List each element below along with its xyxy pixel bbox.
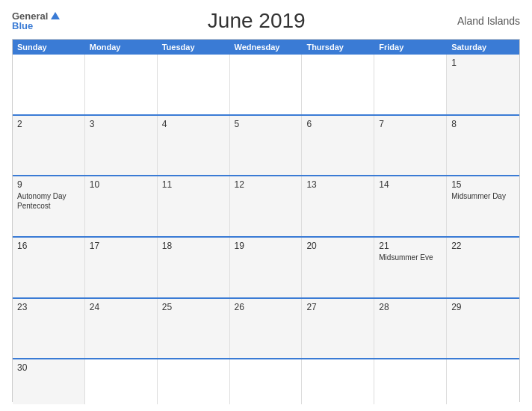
day-number: 6: [306, 119, 369, 129]
calendar-cell: [374, 55, 447, 114]
calendar-cell: 20: [302, 238, 374, 297]
calendar-cell: 5: [230, 116, 303, 176]
calendar-cell: 11: [158, 176, 230, 236]
logo: General Blue: [12, 11, 60, 31]
day-number: 1: [451, 58, 515, 68]
calendar-cell: 22: [447, 238, 519, 297]
day-number: 8: [451, 119, 515, 129]
weekday-header-thursday: Thursday: [302, 40, 374, 55]
weekday-header-friday: Friday: [374, 40, 447, 55]
calendar-cell: [374, 359, 447, 404]
calendar-cell: 14: [374, 176, 447, 236]
day-number: 10: [90, 179, 152, 190]
calendar-row: 23242526272829: [13, 297, 519, 359]
region-label: Aland Islands: [453, 15, 520, 27]
day-number: 21: [379, 241, 442, 251]
calendar-cell: 12: [230, 176, 303, 236]
calendar-cell: 2: [13, 116, 85, 176]
calendar-cell: 26: [230, 299, 303, 359]
calendar-cell: [230, 359, 303, 404]
day-number: 28: [379, 302, 442, 312]
day-number: 24: [90, 302, 152, 312]
calendar: SundayMondayTuesdayWednesdayThursdayFrid…: [12, 39, 520, 402]
day-number: 9: [17, 179, 80, 190]
weekday-header-tuesday: Tuesday: [158, 40, 230, 55]
calendar-row: 1: [13, 55, 519, 114]
day-number: 18: [162, 241, 225, 251]
weekday-header-wednesday: Wednesday: [230, 40, 303, 55]
day-number: 29: [451, 302, 515, 312]
day-number: 17: [90, 241, 152, 251]
calendar-cell: [158, 55, 230, 114]
calendar-cell: 6: [302, 116, 374, 176]
day-number: 16: [17, 241, 80, 251]
calendar-cell: [158, 359, 230, 404]
weekday-header-sunday: Sunday: [13, 40, 85, 55]
calendar-row: 161718192021Midsummer Eve22: [13, 236, 519, 297]
day-number: 27: [306, 302, 369, 312]
event-label: Midsummer Day: [451, 191, 515, 201]
calendar-body: 123456789Autonomy DayPentecost1011121314…: [13, 55, 519, 401]
calendar-cell: 28: [374, 299, 447, 359]
event-label: Autonomy Day: [17, 191, 80, 201]
calendar-cell: 18: [158, 238, 230, 297]
day-number: 12: [235, 179, 297, 190]
calendar-cell: 13: [302, 176, 374, 236]
calendar-cell: 23: [13, 299, 85, 359]
day-number: 7: [379, 119, 442, 129]
day-number: 22: [451, 241, 515, 251]
logo-triangle-icon: [51, 12, 60, 19]
calendar-row: 2345678: [13, 114, 519, 176]
day-number: 26: [235, 302, 297, 312]
day-number: 11: [162, 179, 225, 190]
calendar-cell: 30: [13, 359, 85, 404]
calendar-cell: 9Autonomy DayPentecost: [13, 176, 85, 236]
day-number: 13: [306, 179, 369, 190]
calendar-cell: 4: [158, 116, 230, 176]
calendar-cell: 10: [85, 176, 158, 236]
calendar-cell: [85, 55, 158, 114]
calendar-cell: [230, 55, 303, 114]
day-number: 2: [17, 119, 80, 129]
calendar-cell: [13, 55, 85, 114]
day-number: 25: [162, 302, 225, 312]
day-number: 30: [17, 362, 80, 373]
calendar-cell: 15Midsummer Day: [447, 176, 519, 236]
calendar-cell: 16: [13, 238, 85, 297]
day-number: 19: [235, 241, 297, 251]
calendar-cell: 19: [230, 238, 303, 297]
calendar-cell: 8: [447, 116, 519, 176]
calendar-cell: 17: [85, 238, 158, 297]
calendar-cell: 3: [85, 116, 158, 176]
calendar-cell: [85, 359, 158, 404]
day-number: 14: [379, 179, 442, 190]
calendar-cell: [302, 359, 374, 404]
weekday-header-saturday: Saturday: [447, 40, 519, 55]
calendar-row: 9Autonomy DayPentecost101112131415Midsum…: [13, 175, 519, 236]
weekday-header-monday: Monday: [85, 40, 158, 55]
event-label: Midsummer Eve: [379, 253, 442, 262]
calendar-cell: 7: [374, 116, 447, 176]
calendar-page: General Blue June 2019 Aland Islands Sun…: [0, 0, 532, 411]
calendar-header: SundayMondayTuesdayWednesdayThursdayFrid…: [13, 40, 519, 55]
day-number: 3: [90, 119, 152, 129]
calendar-row: 30: [13, 358, 519, 401]
calendar-cell: [447, 359, 519, 404]
day-number: 15: [451, 179, 515, 190]
event-label: Pentecost: [17, 201, 80, 211]
calendar-cell: 27: [302, 299, 374, 359]
calendar-cell: 29: [447, 299, 519, 359]
calendar-cell: 24: [85, 299, 158, 359]
day-number: 20: [306, 241, 369, 251]
calendar-cell: 1: [447, 55, 519, 114]
calendar-cell: 21Midsummer Eve: [374, 238, 447, 297]
day-number: 23: [17, 302, 80, 312]
day-number: 5: [235, 119, 297, 129]
calendar-cell: 25: [158, 299, 230, 359]
header: General Blue June 2019 Aland Islands: [12, 9, 520, 33]
calendar-cell: [302, 55, 374, 114]
month-title: June 2019: [60, 9, 453, 33]
logo-blue-text: Blue: [12, 21, 33, 31]
day-number: 4: [162, 119, 225, 129]
